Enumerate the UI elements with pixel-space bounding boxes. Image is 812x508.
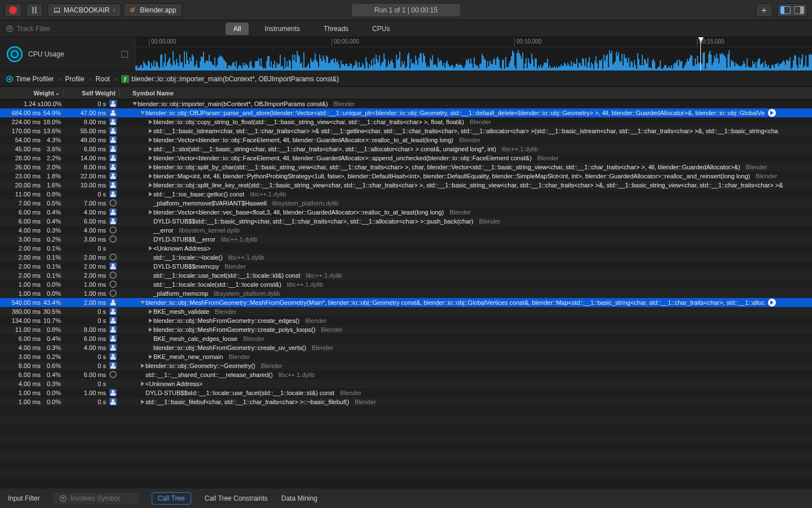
detail-breadcrumb: Time Profiler › Profile› Root› ƒ blender… <box>0 71 812 87</box>
call-tree[interactable]: 1.24 s100.0%0 sblender::io::obj::importe… <box>0 99 812 488</box>
tree-row[interactable]: 540.00 ms43.4%2.00 msblender::io::obj::M… <box>0 298 812 307</box>
view-toggle[interactable] <box>777 3 807 17</box>
tab-threads[interactable]: Threads <box>316 23 356 35</box>
app-crumb[interactable]: Blender.app <box>123 3 182 17</box>
tree-row[interactable]: 2.00 ms0.1%2.00 msstd::__1::locale::use_… <box>0 271 812 280</box>
disclosure-icon[interactable] <box>141 364 144 368</box>
time-ruler[interactable]: 00:00.00000:05.00000:10.00000:15.000 <box>135 37 812 47</box>
pause-button[interactable] <box>26 3 43 17</box>
disclosure-icon[interactable] <box>149 246 152 251</box>
track-filter-input[interactable] <box>17 25 186 33</box>
disclosure-icon[interactable] <box>149 165 152 169</box>
tree-row[interactable]: 1.24 s100.0%0 sblender::io::obj::importe… <box>0 99 812 108</box>
bc-time-profiler[interactable]: Time Profiler <box>3 75 56 83</box>
disclosure-icon[interactable] <box>149 129 152 133</box>
tree-row[interactable]: 6.00 ms0.4%6.00 msBKE_mesh_calc_edges_lo… <box>0 334 812 343</box>
tree-row[interactable]: 1.00 ms0.0%1.00 msstd::__1::locale::loca… <box>0 280 812 289</box>
focus-arrow-icon[interactable] <box>768 299 776 306</box>
tree-row[interactable]: 2.00 ms0.1%0 s<Unknown Address> <box>0 244 812 253</box>
tree-row[interactable]: 2.00 ms0.1%2.00 msDYLD-STUB$$memcpyBlend… <box>0 262 812 271</box>
symbol-cell: blender::io::obj::Geometry::~Geometry()B… <box>129 362 812 369</box>
data-mining-button[interactable]: Data Mining <box>281 494 317 502</box>
disclosure-icon[interactable] <box>149 156 152 160</box>
tree-row[interactable]: 134.00 ms10.7%0 sblender::io::obj::MeshF… <box>0 316 812 325</box>
tab-instruments[interactable]: Instruments <box>257 23 308 35</box>
tree-row[interactable]: 45.00 ms3.6%6.00 msstd::__1::stoi(std::_… <box>0 144 812 154</box>
disclosure-icon[interactable] <box>149 318 152 323</box>
tree-row[interactable]: 26.00 ms2.0%8.00 msblender::io::obj::spl… <box>0 163 812 172</box>
tab-cpus[interactable]: CPUs <box>364 23 398 35</box>
filter-icon <box>59 494 67 502</box>
col-weight[interactable]: Weight⌄ <box>0 90 63 97</box>
tree-row[interactable]: 1.00 ms0.0%0 sstd::__1::basic_filebuf<ch… <box>0 397 812 406</box>
tree-row[interactable]: 1.00 ms0.0%1.00 msDYLD-STUB$$std::__1::l… <box>0 388 812 397</box>
bc-profile[interactable]: Profile <box>63 75 87 83</box>
disclosure-icon[interactable] <box>149 183 152 187</box>
tree-row[interactable]: 170.00 ms13.6%55.00 msstd::__1::basic_is… <box>0 126 812 135</box>
tree-row[interactable]: 6.00 ms0.4%4.00 msblender::Vector<blende… <box>0 208 812 217</box>
disclosure-icon[interactable] <box>149 120 152 124</box>
record-button[interactable] <box>5 3 21 17</box>
tree-row[interactable]: 7.00 ms0.5%7.00 ms_platform_memmove$VARI… <box>0 199 812 208</box>
playhead[interactable] <box>700 37 701 71</box>
device-crumb[interactable]: MACBOOKAIR › <box>47 3 121 17</box>
symbol-text: BKE_mesh_calc_edges_loose <box>153 335 237 342</box>
disclosure-icon[interactable] <box>149 147 152 151</box>
tree-row[interactable]: 1.00 ms0.0%1.00 ms_platform_memcmplibsys… <box>0 289 812 298</box>
tree-row[interactable]: 20.00 ms1.6%10.00 msblender::io::obj::sp… <box>0 181 812 190</box>
disclosure-icon[interactable] <box>149 309 152 314</box>
disclosure-icon[interactable] <box>149 192 152 196</box>
tree-row[interactable]: 380.00 ms30.5%0 sBKE_mesh_validateBlende… <box>0 307 812 316</box>
disclosure-icon[interactable] <box>149 210 152 214</box>
weight-cell: 4.00 ms <box>0 227 41 234</box>
symbol-cell: <Unknown Address> <box>129 380 812 387</box>
track-filter[interactable] <box>0 25 226 33</box>
self-cell: 4.00 ms <box>63 209 106 216</box>
disclosure-icon[interactable] <box>140 111 145 115</box>
disclosure-icon[interactable] <box>149 354 152 359</box>
expand-toggle[interactable] <box>121 51 128 58</box>
tree-row[interactable]: 11.00 ms0.8%0 sstd::__1::ios_base::getlo… <box>0 190 812 199</box>
pct-cell: 0.1% <box>41 254 63 261</box>
constraints-button[interactable]: Call Tree Constraints <box>205 494 268 502</box>
empty-row <box>0 406 812 415</box>
disclosure-icon[interactable] <box>149 174 152 178</box>
tree-row[interactable]: 684.00 ms54.9%47.00 msblender::io::obj::… <box>0 108 812 117</box>
tree-row[interactable]: 28.00 ms2.2%14.00 msblender::Vector<blen… <box>0 154 812 163</box>
tree-row[interactable]: 6.00 ms0.4%6.00 msDYLD-STUB$$std::__1::b… <box>0 217 812 226</box>
disclosure-icon[interactable] <box>149 327 152 332</box>
symbol-filter[interactable] <box>54 493 138 504</box>
tree-row[interactable]: 4.00 ms0.3%0 s<Unknown Address> <box>0 379 812 388</box>
tree-row[interactable]: 4.00 ms0.3%4.00 ms__errorlibsystem_kerne… <box>0 226 812 235</box>
track-header[interactable]: CPU Usage <box>0 37 135 71</box>
annotation-cell <box>106 335 120 343</box>
bc-root[interactable]: Root <box>94 75 112 83</box>
col-symbol[interactable]: Symbol Name <box>120 90 174 97</box>
weight-cell: 8.00 ms <box>0 362 41 369</box>
call-tree-button[interactable]: Call Tree <box>152 492 191 505</box>
col-self-weight[interactable]: Self Weight <box>63 90 120 97</box>
disclosure-icon[interactable] <box>140 301 145 304</box>
tree-row[interactable]: 224.00 ms18.0%8.00 msblender::io::obj::c… <box>0 117 812 126</box>
tree-row[interactable]: 8.00 ms0.6%0 sblender::io::obj::Geometry… <box>0 361 812 370</box>
disclosure-icon[interactable] <box>149 138 152 142</box>
tree-row[interactable]: 54.00 ms4.3%49.00 msblender::Vector<blen… <box>0 135 812 144</box>
tree-row[interactable]: 3.00 ms0.2%0 sBKE_mesh_new_nomainBlender <box>0 352 812 361</box>
timeline-body[interactable]: 00:00.00000:05.00000:10.00000:15.000 <box>135 37 812 71</box>
tree-row[interactable]: 4.00 ms0.3%4.00 msblender::io::obj::Mesh… <box>0 343 812 352</box>
disclosure-icon[interactable] <box>141 382 144 386</box>
tab-all[interactable]: All <box>226 23 249 35</box>
tree-row[interactable]: 11.00 ms0.8%8.00 msblender::io::obj::Mes… <box>0 325 812 334</box>
run-status[interactable]: Run 1 of 1 | 00:00:15 <box>352 4 460 16</box>
disclosure-icon[interactable] <box>133 102 137 106</box>
tree-row[interactable]: 2.00 ms0.1%2.00 msstd::__1::locale::~loc… <box>0 253 812 262</box>
add-button[interactable]: ＋ <box>756 3 773 17</box>
tree-row[interactable]: 6.00 ms0.4%6.00 msstd::__1::__shared_cou… <box>0 370 812 379</box>
library-text: libsystem_platform.dylib <box>272 200 338 207</box>
tree-row[interactable]: 23.00 ms1.8%22.00 msblender::Map<int, in… <box>0 172 812 181</box>
disclosure-icon[interactable] <box>141 400 144 404</box>
symbol-filter-input[interactable] <box>70 494 133 502</box>
focus-arrow-icon[interactable] <box>768 109 776 117</box>
bc-function[interactable]: ƒ blender::io::obj::importer_main(bConte… <box>119 75 341 83</box>
tree-row[interactable]: 3.00 ms0.2%3.00 msDYLD-STUB$$__errorlibc… <box>0 235 812 244</box>
